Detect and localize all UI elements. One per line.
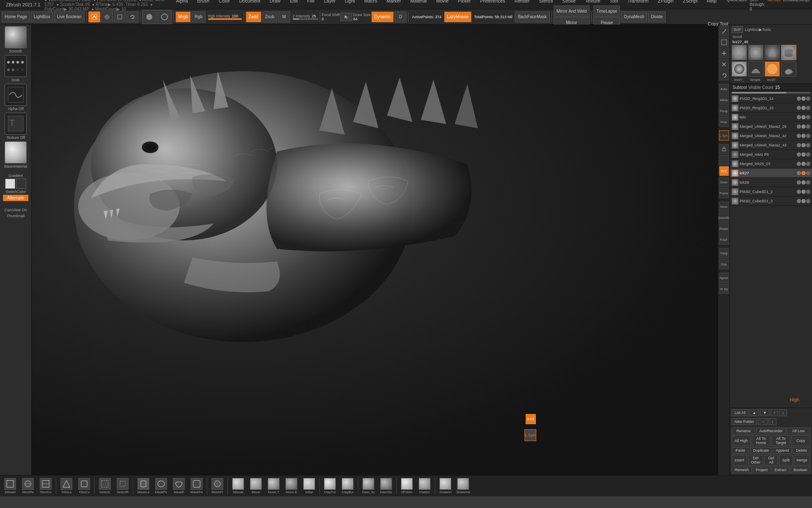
subtool-item-ring14[interactable]: PM3D_Ring3D1_14 [730,94,812,103]
smooth-item[interactable]: Smooth [2,26,29,53]
menu-transform[interactable]: Transform [624,0,652,11]
icon-btn-draw2[interactable] [719,37,729,47]
icon-btn-zoom3d[interactable]: Zoom3D [719,213,729,223]
bb-slicecu[interactable]: SliceCu [37,477,54,495]
bb-movet[interactable]: Move T [265,477,282,495]
see-through-label[interactable]: See-through: 0 [749,0,765,11]
eye-icon-krk26[interactable] [797,162,801,166]
menu-draw[interactable]: Draw [266,0,284,11]
alternate-btn[interactable]: Alternate [3,195,28,201]
divide-btn[interactable]: Divide [648,11,666,22]
zsub-btn[interactable]: Zsub [262,11,277,22]
all-low-btn[interactable]: All Low [787,428,810,434]
color-icon-krk28[interactable] [801,180,806,185]
delete-btn[interactable]: Delete [793,447,810,454]
eye-icon-hlava29[interactable] [797,124,801,129]
subtool-item-telo[interactable]: telo [730,113,812,122]
color-icon-ring15[interactable] [801,106,806,110]
subtool-item-cube3[interactable]: PM3D_Cube3D1_3 [730,196,812,206]
bb-claytut[interactable]: ClayTut [321,477,338,495]
lightbox-btn[interactable]: LightBox [31,11,53,22]
lock-icon-telo[interactable] [806,115,810,119]
eye-icon-retez[interactable] [797,152,801,157]
m-btn[interactable]: M [278,11,290,22]
lb-thumb-simple[interactable] [765,61,780,77]
bb-snakehe[interactable]: SnakeHe [455,477,472,495]
mirror-weld-btn[interactable]: Mirror And Weld [554,6,590,17]
lock-icon-krk27[interactable] [806,171,810,175]
icon-btn-actual[interactable]: Actu [719,84,729,94]
icon-btn-xpose[interactable]: Xpose [719,273,729,283]
menu-help[interactable]: Help [703,0,720,11]
color-icon-krk27[interactable] [801,171,806,175]
menu-light[interactable]: Light [341,0,358,11]
lb-thumb-cylinder[interactable] [781,45,796,60]
subtool-item-krk27[interactable]: krk27 [730,168,812,178]
lock-icon-cube2[interactable] [806,190,810,194]
gradient-swatch-dark[interactable] [16,179,26,189]
lock-icon-krk28[interactable] [806,180,810,185]
rotate-btn[interactable] [126,11,138,22]
scale-btn[interactable] [114,11,126,22]
boolean-btn[interactable]: Boolean [790,467,810,473]
menu-preferences[interactable]: Preferences [477,0,508,11]
lock-icon-hlava29[interactable] [806,124,810,129]
lock-icon-hlava43[interactable] [806,143,810,147]
bb-selectr[interactable]: SelectR [114,477,131,495]
duplicate-btn[interactable]: Duplicate [750,447,772,454]
all-to-target-btn[interactable]: All To Target [771,435,790,446]
subtool-item-hlava29[interactable]: Merged_UMesh_hlava2_29 [730,122,812,131]
visible-count-slider[interactable] [732,92,810,94]
eye-icon-cube2[interactable] [797,190,801,194]
menu-render[interactable]: Render [511,0,533,11]
lightbox-tools-label[interactable]: Lightbox▶Tools [745,28,771,32]
subtool-item-ring15[interactable]: PM3D_Ring3D1_15 [730,103,812,113]
move-down-btn[interactable]: ↓ [779,409,787,416]
lock-icon-krk26[interactable] [806,162,810,166]
lock-icon-ring15[interactable] [806,106,810,110]
paste-btn[interactable]: Paste [732,447,749,454]
menu-document[interactable]: Document [236,0,263,11]
quick-save-label[interactable]: QuickSave [727,0,747,11]
cam-view-on-label[interactable]: CamView On [5,208,27,212]
live-boolean-btn[interactable]: Live Boolean [54,11,85,22]
home-page-btn[interactable]: Home Page [2,11,30,22]
menu-zplugin[interactable]: ZPlugin [654,0,677,11]
bb-trimla[interactable]: TrimLa [58,477,75,495]
lsym-indicator[interactable]: L.Sym [524,429,536,441]
eye-icon-hlava43[interactable] [797,143,801,147]
bnp-label[interactable]: BnP [732,26,743,33]
lb-thumb-2[interactable] [748,45,763,60]
sort-up-btn[interactable]: ▲ [749,409,759,416]
viewport[interactable]: L.Sym XYZ [32,25,718,475]
d-btn[interactable]: D [395,11,406,22]
icon-btn-floor[interactable]: Floor [719,117,729,127]
lock-icon-retez[interactable] [806,152,810,157]
bb-movee[interactable]: Move E [283,477,300,495]
default-script-label[interactable]: Default2Script [783,0,809,11]
icon-btn-zoom[interactable]: Zoom [719,177,729,187]
insert-btn[interactable]: Insert [732,455,747,466]
icon-btn-rotate2[interactable] [719,70,729,80]
rgb-btn[interactable]: Rgb [192,11,205,22]
menu-movie[interactable]: Movie [433,0,452,11]
color-icon-hlava29[interactable] [801,124,806,129]
eye-icon-hlava42[interactable] [797,134,801,138]
menu-file[interactable]: File [304,0,318,11]
icon-btn-persp[interactable]: Persp [719,106,729,116]
bb-move[interactable]: Move [247,477,264,495]
icon-btn-move2[interactable] [719,48,729,58]
bb-claybui[interactable]: ClayBui [339,477,356,495]
menu-marker[interactable]: Marker [383,0,404,11]
bb-inflat[interactable]: Inflat [301,477,318,495]
dynamic-btn[interactable]: Dynamic [371,11,394,22]
autorecorder-btn[interactable]: AutoRecorder [756,428,786,434]
texture-off-item[interactable]: T Texture Off [2,113,29,140]
new-folder-arrow-btn[interactable]: → [758,418,768,425]
subtool-item-retez[interactable]: Merged_retez P6 [730,150,812,159]
bb-snakeh[interactable]: SnakeH [437,477,454,495]
menu-material[interactable]: Material [407,0,430,11]
menu-zbrush[interactable]: ZBrush 2021.7.1 [3,1,44,8]
eye-icon-ring15[interactable] [797,106,801,110]
switch-color-label[interactable]: SwitchColor [5,190,26,194]
